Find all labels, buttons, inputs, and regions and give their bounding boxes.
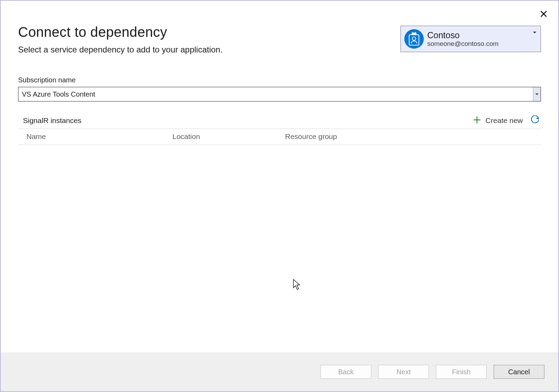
account-selector[interactable]: Contoso someone@contoso.com	[400, 26, 541, 52]
svg-point-6	[412, 37, 416, 40]
account-email: someone@contoso.com	[427, 40, 529, 48]
cancel-button[interactable]: Cancel	[494, 365, 544, 379]
account-org: Contoso	[427, 30, 529, 40]
create-new-label: Create new	[486, 116, 523, 125]
account-badge-icon	[404, 29, 424, 49]
account-dropdown-toggle[interactable]	[533, 29, 538, 35]
instances-actions: Create new	[473, 115, 540, 126]
account-text: Contoso someone@contoso.com	[427, 30, 529, 48]
back-button: Back	[321, 365, 371, 379]
column-resource-group[interactable]: Resource group	[285, 132, 541, 141]
connect-dependency-dialog: Connect to dependency Select a service d…	[0, 0, 559, 392]
refresh-button[interactable]	[530, 115, 540, 126]
subscription-label: Subscription name	[18, 76, 541, 84]
instances-label: SignalR instances	[23, 116, 81, 125]
dialog-title: Connect to dependency	[18, 24, 222, 40]
subscription-dropdown[interactable]: VS Azure Tools Content	[18, 87, 541, 101]
dialog-footer: Back Next Finish Cancel	[1, 352, 558, 391]
subscription-dropdown-button[interactable]	[533, 87, 541, 101]
subscription-value: VS Azure Tools Content	[18, 87, 533, 101]
chevron-down-icon	[533, 32, 536, 34]
finish-button: Finish	[436, 365, 487, 379]
create-new-button[interactable]: Create new	[473, 116, 523, 125]
next-button: Next	[378, 365, 429, 379]
dialog-subtitle: Select a service dependency to add to yo…	[18, 45, 222, 55]
close-icon	[540, 10, 547, 17]
instances-table-header: Name Location Resource group	[18, 129, 541, 145]
refresh-icon	[530, 115, 540, 124]
instances-header: SignalR instances Create new	[18, 115, 541, 129]
close-button[interactable]	[539, 9, 549, 19]
column-location[interactable]: Location	[172, 132, 285, 141]
column-name[interactable]: Name	[26, 132, 172, 141]
chevron-down-icon	[535, 93, 538, 95]
plus-icon	[473, 116, 481, 125]
dialog-content: Connect to dependency Select a service d…	[1, 1, 558, 352]
